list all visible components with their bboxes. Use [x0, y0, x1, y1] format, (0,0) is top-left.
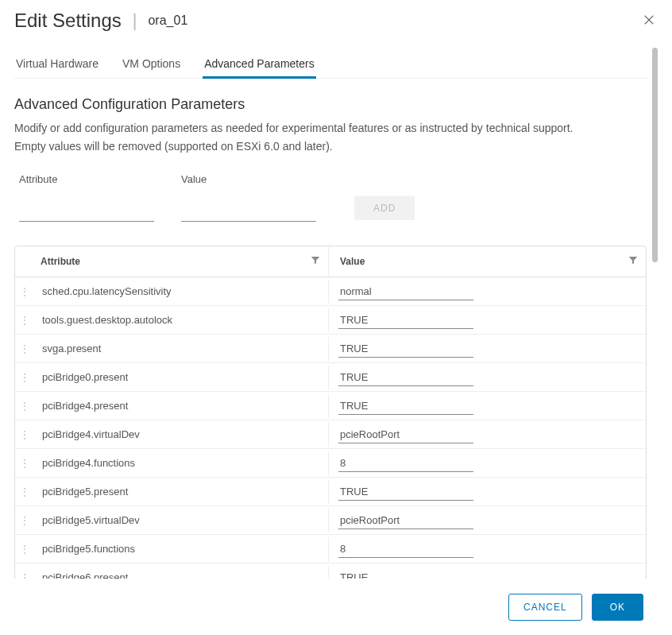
- attribute-input[interactable]: [19, 203, 154, 222]
- filter-icon[interactable]: [311, 256, 320, 268]
- cell-attribute: sched.cpu.latencySensitivity: [34, 277, 328, 305]
- table-row: ⋮pciBridge5.virtualDev: [15, 506, 646, 535]
- cell-value-input[interactable]: [338, 540, 473, 558]
- tab-bar: Virtual Hardware VM Options Advanced Par…: [14, 51, 647, 79]
- table-row: ⋮pciBridge6.present: [15, 563, 646, 579]
- drag-handle-icon[interactable]: ⋮: [15, 335, 34, 362]
- drag-handle-icon[interactable]: ⋮: [15, 363, 34, 391]
- cell-value-input[interactable]: [338, 312, 473, 329]
- cell-value: [328, 509, 646, 532]
- table-row: ⋮pciBridge4.present: [15, 392, 646, 420]
- table-row: ⋮svga.present: [15, 335, 646, 363]
- cell-value: [328, 337, 646, 361]
- value-label: Value: [181, 173, 316, 185]
- ok-button[interactable]: OK: [592, 594, 643, 621]
- table-row: ⋮pciBridge4.virtualDev: [15, 420, 646, 449]
- drag-handle-icon[interactable]: ⋮: [15, 277, 34, 305]
- cell-attribute: pciBridge4.present: [34, 392, 328, 420]
- tab-advanced-parameters[interactable]: Advanced Parameters: [203, 51, 316, 78]
- cell-value: [328, 423, 646, 447]
- table-row: ⋮tools.guest.desktop.autolock: [15, 306, 646, 335]
- close-icon[interactable]: [642, 13, 656, 30]
- cell-value-input[interactable]: [338, 340, 473, 358]
- cell-value: [328, 566, 646, 579]
- dialog-body-scroll[interactable]: Virtual Hardware VM Options Advanced Par…: [14, 43, 658, 579]
- cell-attribute: pciBridge6.present: [34, 563, 328, 579]
- edit-settings-dialog: Edit Settings | ora_01 Virtual Hardware …: [0, 0, 672, 635]
- table-row: ⋮pciBridge4.functions: [15, 449, 646, 478]
- cell-value-input[interactable]: [338, 283, 473, 300]
- cell-value: [328, 366, 646, 389]
- cell-value: [328, 280, 646, 304]
- drag-handle-icon[interactable]: ⋮: [15, 563, 34, 579]
- section-description: Modify or add configuration parameters a…: [14, 119, 647, 156]
- cell-value: [328, 480, 646, 504]
- cell-attribute: pciBridge5.present: [34, 478, 328, 505]
- table-row: ⋮pciBridge5.present: [15, 478, 646, 506]
- cell-value: [328, 394, 646, 418]
- column-value: Value: [328, 246, 646, 277]
- tab-virtual-hardware[interactable]: Virtual Hardware: [14, 51, 100, 78]
- add-button[interactable]: ADD: [354, 196, 415, 220]
- cell-value: [328, 537, 646, 561]
- title-separator: |: [133, 10, 137, 31]
- cell-value: [328, 451, 646, 475]
- drag-handle-icon[interactable]: ⋮: [15, 392, 34, 420]
- drag-handle-icon[interactable]: ⋮: [15, 420, 34, 448]
- parameters-table: Attribute Value ⋮sched.cpu.latencySensit…: [14, 246, 647, 579]
- cell-value-input[interactable]: [338, 455, 473, 472]
- table-body: ⋮sched.cpu.latencySensitivity⋮tools.gues…: [15, 277, 646, 579]
- drag-handle-icon[interactable]: ⋮: [15, 506, 34, 534]
- cell-attribute: pciBridge5.virtualDev: [34, 506, 328, 534]
- dialog-header: Edit Settings | ora_01: [14, 10, 658, 43]
- drag-handle-icon[interactable]: ⋮: [15, 535, 34, 563]
- section-title: Advanced Configuration Parameters: [14, 96, 647, 113]
- cell-value-input[interactable]: [338, 483, 473, 501]
- table-row: ⋮pciBridge0.present: [15, 363, 646, 392]
- cell-attribute: pciBridge4.virtualDev: [34, 420, 328, 448]
- cell-value-input[interactable]: [338, 426, 473, 443]
- cancel-button[interactable]: CANCEL: [508, 594, 582, 621]
- cell-attribute: pciBridge4.functions: [34, 449, 328, 477]
- cell-attribute: tools.guest.desktop.autolock: [34, 306, 328, 334]
- dialog-subtitle: ora_01: [148, 14, 187, 28]
- cell-value: [328, 308, 646, 332]
- value-input[interactable]: [181, 203, 316, 222]
- cell-value-input[interactable]: [338, 369, 473, 386]
- tab-vm-options[interactable]: VM Options: [121, 51, 182, 78]
- dialog-title: Edit Settings: [14, 10, 122, 32]
- attribute-field: Attribute: [14, 173, 154, 222]
- drag-handle-icon[interactable]: ⋮: [15, 478, 34, 505]
- filter-icon[interactable]: [628, 256, 638, 268]
- scrollbar-thumb[interactable]: [652, 48, 658, 262]
- dialog-footer: CANCEL OK: [14, 579, 658, 635]
- table-row: ⋮sched.cpu.latencySensitivity: [15, 277, 646, 306]
- cell-attribute: pciBridge5.functions: [34, 535, 328, 563]
- drag-handle-icon[interactable]: ⋮: [15, 306, 34, 334]
- attribute-label: Attribute: [19, 173, 154, 185]
- table-row: ⋮pciBridge5.functions: [15, 535, 646, 563]
- cell-value-input[interactable]: [338, 397, 473, 415]
- cell-value-input[interactable]: [338, 512, 473, 529]
- cell-attribute: svga.present: [34, 335, 328, 362]
- column-attribute: Attribute: [15, 246, 328, 277]
- cell-attribute: pciBridge0.present: [34, 363, 328, 391]
- value-field: Value: [176, 173, 316, 222]
- cell-value-input[interactable]: [338, 569, 473, 579]
- add-param-form: Attribute Value ADD: [14, 173, 647, 222]
- table-header: Attribute Value: [15, 246, 646, 277]
- drag-handle-icon[interactable]: ⋮: [15, 449, 34, 477]
